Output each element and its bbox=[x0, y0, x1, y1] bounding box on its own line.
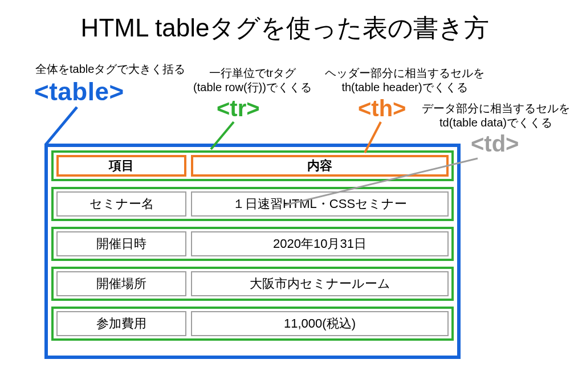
annotation-tr-tag: <tr> bbox=[217, 96, 260, 121]
page-title: HTML tableタグを使った表の書き方 bbox=[0, 11, 570, 45]
frame-tr-header: 項目 内容 bbox=[51, 150, 454, 181]
annotation-td-desc-line2: td(table data)でくくる bbox=[439, 116, 552, 129]
annotation-table-description: 全体をtableタグで大きく括る bbox=[35, 62, 185, 77]
frame-td: １日速習HTML・CSSセミナー bbox=[191, 191, 449, 217]
annotation-td-description: データ部分に相当するセルを td(table data)でくくる bbox=[422, 101, 570, 130]
frame-td: 2020年10月31日 bbox=[191, 231, 449, 256]
annotation-td-desc-line1: データ部分に相当するセルを bbox=[422, 102, 570, 115]
table-row: 開催日時 2020年10月31日 bbox=[51, 227, 454, 261]
frame-td: 大阪市内セミナールーム bbox=[191, 271, 449, 296]
connector-table bbox=[46, 107, 77, 145]
annotation-tr-description: 一行単位でtrタグ (table row(行))でくくる bbox=[181, 66, 324, 95]
annotation-th-description: ヘッダー部分に相当するセルを th(table header)でくくる bbox=[319, 66, 490, 95]
annotation-tr-desc-line1: 一行単位でtrタグ bbox=[209, 67, 296, 79]
frame-td: セミナー名 bbox=[56, 191, 186, 217]
frame-td: 参加費用 bbox=[56, 311, 186, 336]
annotation-th-desc-line1: ヘッダー部分に相当するセルを bbox=[325, 67, 484, 79]
annotation-td-tag: <td> bbox=[471, 131, 519, 157]
frame-th-col1: 項目 bbox=[56, 155, 186, 177]
annotation-tr-desc-line2: (table row(行))でくくる bbox=[193, 81, 312, 93]
frame-th-col2: 内容 bbox=[191, 155, 449, 177]
annotation-th-tag: <th> bbox=[358, 96, 406, 121]
frame-td: 開催日時 bbox=[56, 231, 186, 256]
table-row: 参加費用 11,000(税込) bbox=[51, 307, 454, 341]
table-row: 開催場所 大阪市内セミナールーム bbox=[51, 267, 454, 301]
annotation-table-tag: <table> bbox=[34, 77, 124, 106]
frame-td: 11,000(税込) bbox=[191, 311, 449, 336]
table-row: セミナー名 １日速習HTML・CSSセミナー bbox=[51, 187, 454, 221]
annotation-th-desc-line2: th(table header)でくくる bbox=[341, 81, 467, 93]
frame-table: 項目 内容 セミナー名 １日速習HTML・CSSセミナー 開催日時 2020年1… bbox=[44, 144, 461, 359]
frame-td: 開催場所 bbox=[56, 271, 186, 296]
